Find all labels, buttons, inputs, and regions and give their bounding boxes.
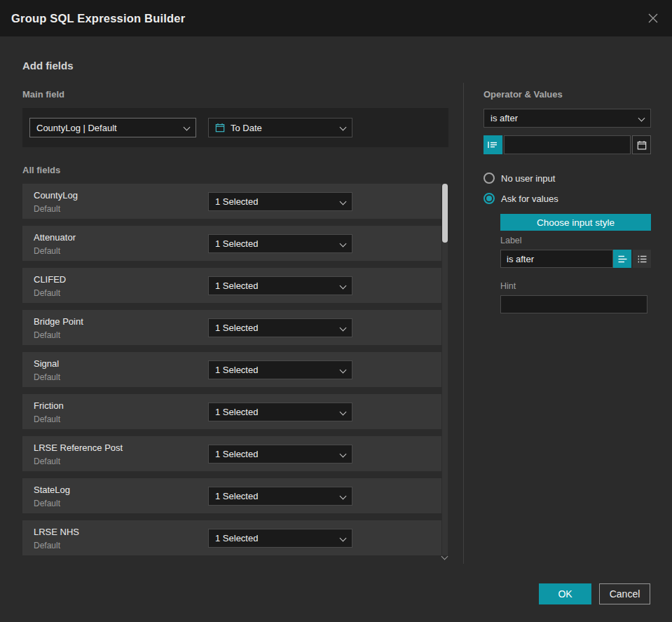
field-sublabel: Default <box>34 457 60 466</box>
operator-select[interactable]: is after <box>484 109 651 128</box>
field-name: StateLog <box>34 485 70 495</box>
align-left-icon[interactable] <box>613 250 631 268</box>
all-fields-label: All fields <box>22 165 60 175</box>
field-value-select[interactable]: 1 Selected <box>208 403 352 421</box>
chevron-down-icon <box>340 452 345 457</box>
main-field-label: Main field <box>22 89 64 100</box>
field-sublabel: Default <box>34 288 60 298</box>
chevron-down-icon <box>184 125 189 130</box>
chevron-down-icon <box>638 116 644 121</box>
field-value-select[interactable]: 1 Selected <box>208 318 352 337</box>
hint-input[interactable] <box>500 295 647 313</box>
chevron-down-icon <box>340 536 345 541</box>
calendar-icon <box>215 123 225 133</box>
field-value-select[interactable]: 1 Selected <box>208 360 352 379</box>
chevron-down-icon <box>340 241 345 247</box>
radio-ask-for-values[interactable] <box>484 193 495 204</box>
field-sublabel: Default <box>34 330 60 340</box>
main-field-date-select[interactable]: To Date <box>208 118 352 137</box>
dialog-titlebar: Group SQL Expression Builder <box>0 0 672 36</box>
vertical-divider <box>463 83 464 564</box>
field-name: Signal <box>34 358 59 369</box>
field-name: CLIFED <box>34 274 66 285</box>
table-row: LRSE NHS Default 1 Selected <box>22 520 441 555</box>
table-row: Attenuator Default 1 Selected <box>22 226 441 261</box>
field-value-select[interactable]: 1 Selected <box>208 276 352 295</box>
chevron-down-icon <box>340 199 345 205</box>
field-name: Bridge Point <box>34 316 83 327</box>
scroll-down-icon[interactable] <box>441 553 449 560</box>
value-input[interactable] <box>504 135 631 154</box>
table-row: StateLog Default 1 Selected <box>22 478 441 513</box>
chevron-down-icon <box>340 325 345 331</box>
field-name: Attenuator <box>34 232 76 243</box>
set-from-field-icon[interactable] <box>484 135 502 154</box>
operator-values-heading: Operator & Values <box>484 89 563 100</box>
chevron-down-icon <box>340 410 345 415</box>
field-sublabel: Default <box>34 246 60 256</box>
add-fields-heading: Add fields <box>22 60 74 72</box>
ok-button[interactable]: OK <box>539 583 591 604</box>
dialog-title: Group SQL Expression Builder <box>11 12 185 25</box>
field-value-select[interactable]: 1 Selected <box>208 445 352 464</box>
calendar-picker-icon[interactable] <box>632 135 651 154</box>
table-row: Signal Default 1 Selected <box>22 352 441 387</box>
field-sublabel: Default <box>34 414 60 424</box>
label-caption: Label <box>500 236 522 245</box>
main-field-panel: CountyLog | Default To Date <box>22 108 448 147</box>
field-sublabel: Default <box>34 499 60 508</box>
field-sublabel: Default <box>34 372 60 382</box>
field-name: CountyLog <box>34 190 78 201</box>
field-sublabel: Default <box>34 541 60 550</box>
label-input[interactable] <box>500 250 613 268</box>
main-field-select[interactable]: CountyLog | Default <box>29 118 196 137</box>
table-row: CLIFED Default 1 Selected <box>22 268 441 303</box>
chevron-down-icon <box>340 283 345 289</box>
scrollbar-thumb[interactable] <box>442 184 448 243</box>
chevron-down-icon <box>340 367 345 373</box>
field-sublabel: Default <box>34 204 60 214</box>
radio-ask-for-values-label[interactable]: Ask for values <box>501 194 558 204</box>
field-name: LRSE Reference Post <box>34 442 123 453</box>
table-row: Friction Default 1 Selected <box>22 394 441 429</box>
table-row: Bridge Point Default 1 Selected <box>22 310 441 345</box>
chevron-down-icon <box>340 125 345 130</box>
table-row: LRSE Reference Post Default 1 Selected <box>22 436 441 471</box>
chevron-down-icon <box>340 494 345 499</box>
radio-no-user-input[interactable] <box>484 173 495 184</box>
field-value-select[interactable]: 1 Selected <box>208 487 352 506</box>
bullet-list-icon[interactable] <box>633 250 651 268</box>
field-name: Friction <box>34 400 64 411</box>
close-icon[interactable] <box>645 11 661 26</box>
radio-no-user-input-label[interactable]: No user input <box>501 173 555 184</box>
hint-caption: Hint <box>500 281 516 291</box>
field-value-select[interactable]: 1 Selected <box>208 529 352 548</box>
field-name: LRSE NHS <box>34 527 79 537</box>
table-row: CountyLog Default 1 Selected <box>22 184 441 219</box>
cancel-button[interactable]: Cancel <box>599 583 650 604</box>
field-value-select[interactable]: 1 Selected <box>208 234 352 253</box>
field-value-select[interactable]: 1 Selected <box>208 192 352 211</box>
choose-input-style-button[interactable]: Choose input style <box>500 214 651 231</box>
